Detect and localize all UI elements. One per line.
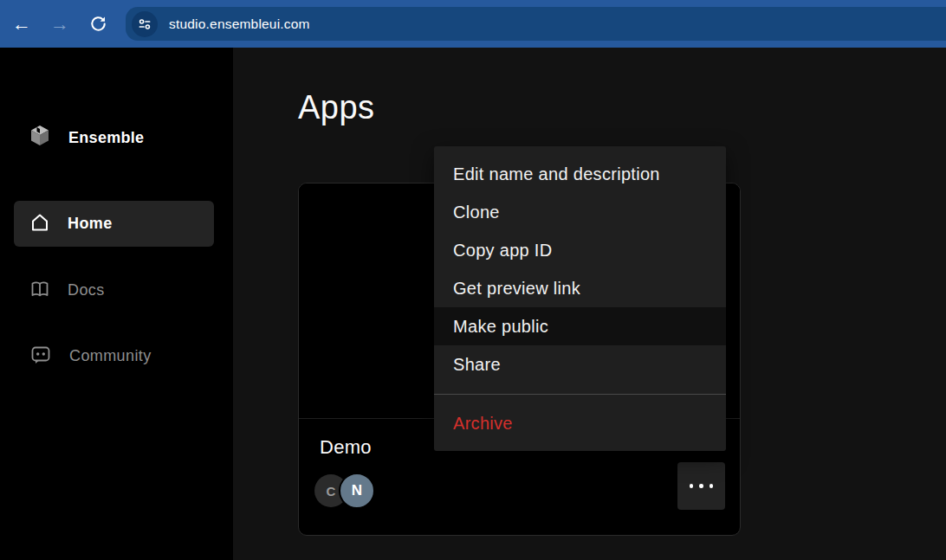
brand-name: Ensemble (68, 129, 144, 147)
site-settings-icon[interactable] (132, 11, 158, 37)
menu-item-make-public[interactable]: Make public (434, 307, 726, 345)
sidebar-item-community[interactable]: Community (14, 333, 214, 379)
sidebar-item-label: Community (69, 347, 152, 365)
avatar: N (339, 473, 375, 509)
menu-item-archive[interactable]: Archive (434, 404, 726, 442)
browser-window: ← → studio.ensembleui.com (0, 0, 946, 560)
address-bar[interactable]: studio.ensembleui.com (126, 7, 946, 41)
sidebar-item-label: Docs (68, 281, 105, 299)
menu-item-get-preview-link[interactable]: Get preview link (434, 269, 726, 307)
browser-toolbar: ← → studio.ensembleui.com (0, 0, 946, 48)
reload-icon[interactable] (83, 10, 113, 39)
menu-item-clone[interactable]: Clone (434, 193, 726, 231)
discord-icon (29, 344, 52, 370)
forward-icon[interactable]: → (45, 10, 75, 39)
ellipsis-icon (690, 484, 714, 488)
app-context-menu: Edit name and description Clone Copy app… (434, 146, 726, 451)
ensemble-logo-icon (29, 124, 51, 151)
more-options-button[interactable] (677, 462, 725, 510)
page-title: Apps (298, 89, 375, 126)
sidebar-item-docs[interactable]: Docs (14, 267, 214, 313)
home-icon (29, 212, 50, 236)
sidebar-item-label: Home (68, 215, 113, 233)
sidebar-item-home[interactable]: Home (14, 201, 214, 247)
menu-divider (434, 394, 726, 395)
sidebar: Ensemble Home Docs (0, 48, 233, 560)
collaborator-avatars: C N (314, 472, 375, 510)
back-icon[interactable]: ← (7, 10, 36, 39)
menu-item-edit-name[interactable]: Edit name and description (434, 155, 726, 193)
menu-item-share[interactable]: Share (434, 345, 726, 383)
docs-book-icon (29, 279, 50, 303)
app-name: Demo (320, 436, 372, 459)
menu-item-copy-app-id[interactable]: Copy app ID (434, 231, 726, 269)
url-text: studio.ensembleui.com (169, 16, 310, 32)
brand: Ensemble (29, 124, 144, 151)
